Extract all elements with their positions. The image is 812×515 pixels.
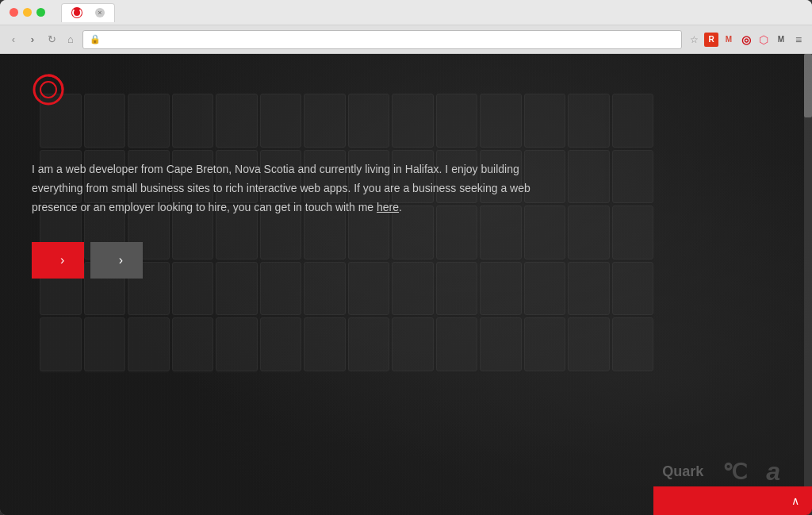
logo-area [32, 73, 76, 106]
looking-to-hire-button[interactable]: › [90, 242, 143, 279]
need-website-button[interactable]: › [32, 242, 84, 279]
browser-toolbar: ‹ › ↻ ⌂ 🔒 ☆ R M ◎ ⬡ M ≡ [0, 25, 812, 54]
extension-icon-1[interactable]: R [704, 33, 718, 47]
quark-logo: Quark [662, 463, 703, 480]
opera-icon[interactable]: ◎ [739, 33, 753, 47]
lock-icon: 🔒 [90, 34, 101, 44]
logo-a: a [766, 457, 780, 486]
hero-buttons: › › [32, 242, 780, 279]
scrollbar[interactable] [804, 54, 812, 486]
gmail-icon[interactable]: M [722, 33, 736, 47]
tab-close-button[interactable]: × [95, 8, 105, 17]
svg-point-1 [40, 82, 56, 98]
browser-window: × ‹ › ↻ ⌂ 🔒 ☆ R M ◎ ⬡ M ≡ // Generate ke [0, 0, 812, 515]
close-button[interactable] [10, 8, 18, 17]
tab-favicon [71, 7, 82, 18]
site-nav [0, 54, 812, 125]
forward-button[interactable]: › [25, 33, 40, 47]
hero-link[interactable]: here [377, 201, 399, 213]
live-chat-bar[interactable]: ∧ [653, 486, 812, 515]
extension-icon-2[interactable]: M [774, 33, 788, 47]
hero-description-text: I am a web developer from Cape Breton, N… [32, 163, 530, 213]
browser-tab[interactable]: × [61, 3, 115, 22]
bottom-logos: Quark ℃ a [662, 457, 780, 486]
tab-bar: × [61, 3, 802, 22]
title-bar: × [0, 0, 812, 25]
nav-links [717, 87, 780, 93]
back-button[interactable]: ‹ [6, 33, 21, 47]
maximize-button[interactable] [36, 8, 45, 17]
logo-c: ℃ [722, 459, 747, 485]
home-button[interactable]: ⌂ [63, 33, 78, 47]
site-content: // Generate keyboard keys via JS const g… [0, 54, 812, 515]
hero-content: I am a web developer from Cape Breton, N… [0, 125, 812, 310]
looking-to-hire-chevron: › [119, 253, 124, 267]
live-chat-chevron-icon: ∧ [791, 494, 799, 507]
hero-description: I am a web developer from Cape Breton, N… [32, 160, 571, 217]
menu-icon[interactable]: ≡ [791, 33, 806, 47]
pocket-icon[interactable]: ⬡ [756, 33, 771, 47]
logo-icon [32, 73, 65, 106]
bookmark-icon[interactable]: ☆ [687, 33, 701, 47]
refresh-button[interactable]: ↻ [44, 33, 59, 47]
traffic-lights [10, 8, 45, 17]
address-bar[interactable]: 🔒 [82, 30, 682, 49]
scrollbar-thumb[interactable] [804, 54, 812, 117]
toolbar-icons: ☆ R M ◎ ⬡ M ≡ [687, 33, 806, 47]
minimize-button[interactable] [23, 8, 32, 17]
need-website-chevron: › [60, 253, 65, 267]
